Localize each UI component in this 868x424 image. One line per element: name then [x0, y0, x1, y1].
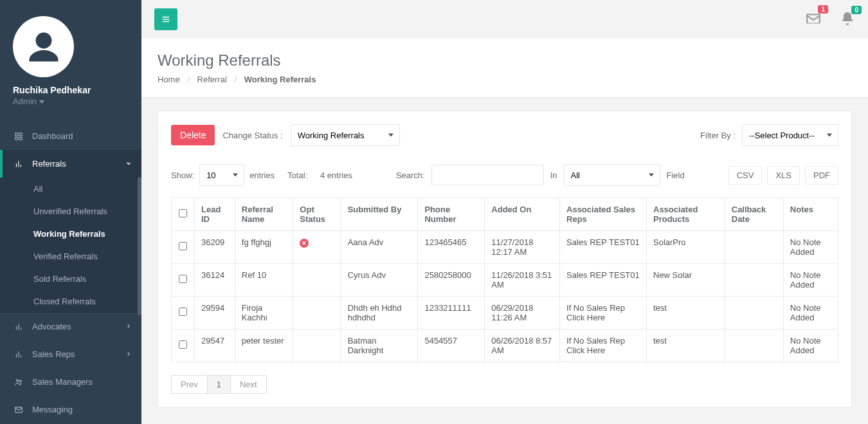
subnav-closed[interactable]: Closed Referrals	[0, 290, 141, 313]
header-submitted-by[interactable]: Submitted By	[341, 198, 418, 231]
pdf-button[interactable]: PDF	[805, 166, 838, 185]
show-select[interactable]: 10	[199, 164, 244, 186]
table-row: 29547peter testerBatman Darknight5454557…	[172, 329, 838, 362]
cell-notes: No Note Added	[783, 297, 838, 329]
header-products[interactable]: Associated Products	[647, 198, 725, 231]
nav-referrals[interactable]: Referrals	[0, 150, 141, 178]
profile-block: Ruchika Pedhekar Admin	[0, 0, 141, 119]
scrollbar[interactable]	[138, 177, 141, 315]
menu-toggle-button[interactable]	[154, 8, 177, 30]
xls-button[interactable]: XLS	[767, 166, 800, 185]
row-checkbox-cell	[172, 297, 195, 329]
header-added-on[interactable]: Added On	[485, 198, 560, 231]
change-status-label: Change Status :	[222, 131, 282, 140]
prev-button[interactable]: Prev	[171, 375, 208, 394]
cell-opt-status	[293, 297, 341, 329]
breadcrumb-referral[interactable]: Referral	[197, 75, 227, 84]
csv-button[interactable]: CSV	[728, 166, 763, 185]
users-icon	[13, 378, 24, 387]
header-callback[interactable]: Callback Date	[725, 198, 783, 231]
search-label: Search:	[396, 171, 425, 180]
cell-notes: No Note Added	[783, 264, 838, 297]
cell-notes: No Note Added	[783, 329, 838, 362]
in-select[interactable]: All	[564, 164, 660, 186]
topbar: 1 0	[141, 0, 868, 39]
subnav-unverified[interactable]: Unverified Referrals	[0, 200, 141, 223]
table-row: 36209fg ffghgj✕Aana Adv12346546511/27/20…	[172, 231, 838, 264]
cell-callback	[725, 264, 783, 297]
cell-referral-name: peter tester	[235, 329, 293, 362]
main: 1 0 Working Referrals Home / Referral / …	[141, 0, 868, 424]
nav: Dashboard Referrals All Unverified Refer…	[0, 122, 141, 423]
cell-products: test	[647, 297, 725, 329]
controls-mid: Search: In All Field	[396, 164, 685, 186]
header-phone[interactable]: Phone Number	[418, 198, 485, 231]
nav-label: Dashboard	[32, 131, 73, 141]
cell-sales-reps: If No Sales Rep Click Here	[560, 329, 647, 362]
cell-lead-id: 36209	[195, 231, 235, 264]
header-checkbox-cell	[172, 198, 195, 231]
bar-chart-icon	[13, 322, 24, 331]
header-row: Lead ID Referral Name Opt Status Submitt…	[172, 198, 838, 231]
bell-button[interactable]: 0	[840, 11, 855, 28]
cell-products: test	[647, 329, 725, 362]
row-checkbox[interactable]	[179, 242, 187, 250]
header-notes[interactable]: Notes	[783, 198, 838, 231]
cell-added-on: 11/27/2018 12:17 AM	[485, 231, 560, 264]
cell-opt-status	[293, 329, 341, 362]
row-checkbox[interactable]	[179, 275, 187, 283]
subnav-verified[interactable]: Verified Referrals	[0, 245, 141, 268]
cell-lead-id: 29594	[195, 297, 235, 329]
mail-button[interactable]: 1	[805, 10, 822, 29]
header-referral-name[interactable]: Referral Name	[235, 198, 293, 231]
page-1-button[interactable]: 1	[207, 375, 231, 394]
subnav-all[interactable]: All	[0, 178, 141, 200]
filter-by-select[interactable]: --Select Product--	[742, 124, 838, 146]
cell-phone: 5454557	[418, 329, 485, 362]
cell-phone: 2580258000	[418, 264, 485, 297]
cell-submitted-by: Cyrus Adv	[341, 264, 418, 297]
nav-label: Messaging	[32, 405, 73, 414]
subnav-working[interactable]: Working Referrals	[0, 223, 141, 245]
subnav-sold[interactable]: Sold Referrals	[0, 268, 141, 290]
nav-dashboard[interactable]: Dashboard	[0, 122, 141, 150]
cell-sales-reps: Sales REP TEST01	[560, 231, 647, 264]
table-row: 36124Ref 10Cyrus Adv258025800011/26/2018…	[172, 264, 838, 297]
cell-added-on: 06/26/2018 8:57 AM	[485, 329, 560, 362]
next-button[interactable]: Next	[230, 375, 267, 394]
row-checkbox-cell	[172, 231, 195, 264]
row-checkbox[interactable]	[179, 308, 187, 316]
select-all-checkbox[interactable]	[179, 209, 187, 217]
delete-button[interactable]: Delete	[171, 125, 215, 145]
avatar	[13, 16, 74, 77]
cell-sales-reps: Sales REP TEST01	[560, 264, 647, 297]
nav-salesmanagers[interactable]: Sales Managers	[0, 368, 141, 396]
cell-notes: No Note Added	[783, 231, 838, 264]
breadcrumb-home[interactable]: Home	[158, 75, 180, 84]
change-status-select[interactable]: Working Referrals	[291, 124, 400, 146]
nav-salesreps[interactable]: Sales Reps	[0, 340, 141, 368]
envelope-icon	[13, 405, 24, 414]
header-opt-status[interactable]: Opt Status	[293, 198, 341, 231]
nav-advocates[interactable]: Advocates	[0, 313, 141, 340]
breadcrumb-current: Working Referrals	[244, 75, 316, 84]
referrals-subnav: All Unverified Referrals Working Referra…	[0, 178, 141, 313]
svg-rect-2	[19, 133, 22, 135]
opt-out-icon: ✕	[300, 239, 309, 248]
nav-messaging[interactable]: Messaging	[0, 396, 141, 423]
toolbar-row: Delete Change Status : Working Referrals…	[171, 124, 838, 146]
row-checkbox[interactable]	[179, 340, 187, 349]
cell-callback	[725, 297, 783, 329]
header-sales-reps[interactable]: Associated Sales Reps	[560, 198, 647, 231]
cell-submitted-by: Aana Adv	[341, 231, 418, 264]
row-checkbox-cell	[172, 264, 195, 297]
field-label: Field	[667, 171, 685, 180]
search-input[interactable]	[431, 165, 544, 185]
user-name: Ruchika Pedhekar	[13, 85, 129, 95]
cell-callback	[725, 231, 783, 264]
controls-right: CSV XLS PDF	[728, 166, 838, 185]
header-lead-id[interactable]: Lead ID	[195, 198, 235, 231]
filter-by-label: Filter By :	[700, 131, 736, 140]
cell-phone: 1233211111	[418, 297, 485, 329]
user-role[interactable]: Admin	[13, 97, 129, 106]
